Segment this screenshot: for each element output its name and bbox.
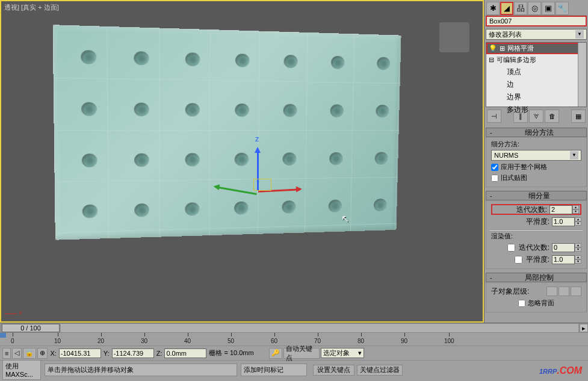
rollout-local-control[interactable]: - 局部控制 [486, 273, 587, 282]
ruler-tick: 30 [141, 338, 147, 344]
visibility-bulb-icon[interactable]: 💡 [489, 45, 497, 52]
model-cushion[interactable] [53, 25, 401, 240]
dropdown-label: 修改器列表 [489, 30, 522, 39]
z-label: Z: [155, 350, 164, 357]
spinner-up[interactable]: ▴ [572, 205, 579, 209]
ignore-back-checkbox[interactable] [518, 300, 525, 307]
command-panel: ✱ ◢ 品 ◎ ▣ 🔧 Box007 修改器列表 ▼ 💡 ⊞ 网格平滑 ⊟ 可编… [484, 0, 588, 323]
spinner-up[interactable]: ▴ [575, 255, 581, 259]
apply-whole-checkbox[interactable] [491, 164, 498, 171]
watermark: 1RRP.COM [539, 361, 582, 377]
stack-item-meshsmooth[interactable]: 💡 ⊞ 网格平滑 [486, 43, 586, 54]
render-smooth-input[interactable] [552, 255, 575, 264]
slider-thumb[interactable]: 0 / 100 [2, 324, 60, 332]
script-btn[interactable]: ≡ [2, 348, 11, 359]
abs-btn[interactable]: ⊕ [37, 348, 48, 359]
motion-tab[interactable]: ◎ [528, 2, 541, 15]
rollout-collapse-icon: - [490, 274, 496, 281]
time-ruler[interactable]: 0102030405060708090100 [0, 332, 588, 345]
autokey-button[interactable]: 自动关键点 [283, 348, 320, 359]
stack-label: 可编辑多边形 [497, 55, 536, 64]
ruler-tick: 40 [184, 338, 191, 344]
y-input[interactable] [112, 348, 154, 358]
iterations-row: 迭代次数: ▴▾ [491, 204, 581, 215]
key-icon[interactable]: 🔑 [269, 348, 282, 359]
lock-btn[interactable]: 🔒 [23, 348, 36, 359]
expand-icon[interactable]: ⊞ [500, 45, 505, 52]
addtime-label[interactable]: 添加时间标记 [241, 364, 307, 376]
render-iter-input[interactable] [552, 243, 575, 252]
render-smooth-spinner[interactable]: ▴▾ [552, 255, 581, 264]
render-iter-spinner[interactable]: ▴▾ [552, 243, 581, 252]
rollout-subdiv-method[interactable]: - 细分方法 [486, 128, 587, 137]
render-smooth-checkbox[interactable] [515, 256, 522, 264]
create-tab[interactable]: ✱ [486, 2, 500, 15]
subobj-btn-2[interactable] [559, 287, 569, 296]
ruler-tick: 60 [271, 338, 277, 344]
modify-tab[interactable]: ◢ [500, 2, 513, 15]
x-input[interactable] [59, 348, 101, 358]
subobj-border[interactable]: 边界 [486, 91, 586, 104]
tuft [283, 104, 297, 117]
panel-tabs: ✱ ◢ 品 ◎ ▣ 🔧 [486, 1, 587, 16]
smoothness-input[interactable] [552, 217, 575, 226]
status-bar: 使用 MAXSc... 单击并拖动以选择并移动对象 添加时间标记 设置关键点 关… [0, 360, 588, 379]
wireframe-grid [53, 25, 401, 240]
viewport[interactable]: 透视] [真实 + 边面] ↖ x [0, 0, 484, 323]
spinner-up[interactable]: ▴ [575, 243, 581, 247]
rollout-title: 细分方法 [496, 128, 583, 138]
viewcube[interactable] [439, 22, 469, 52]
method-dropdown[interactable]: NURMS ▼ [491, 150, 581, 161]
subobj-btn-1[interactable] [546, 287, 557, 296]
old-map-checkbox[interactable] [491, 175, 498, 182]
smoothness-spinner[interactable]: ▴▾ [552, 217, 581, 226]
tuft [81, 102, 97, 116]
render-iter-label: 迭代次数: [519, 243, 549, 253]
tuft [134, 51, 149, 65]
ruler-tick: 50 [227, 338, 234, 344]
expand-icon[interactable]: ⊟ [489, 56, 494, 64]
utilities-tab[interactable]: 🔧 [556, 2, 569, 15]
z-input[interactable] [164, 348, 206, 358]
cursor-icon: ↖ [341, 213, 349, 225]
maxscript-field[interactable]: 使用 MAXSc... [2, 360, 41, 380]
ruler-tick: 70 [314, 338, 321, 344]
subobj-btn-3[interactable] [571, 287, 581, 296]
modifier-list-dropdown[interactable]: 修改器列表 ▼ [486, 29, 587, 40]
subobj-polygon[interactable]: 多边形 [486, 104, 586, 116]
iterations-input[interactable] [549, 205, 572, 214]
slider-arrow[interactable]: ▸ [580, 324, 588, 332]
dropdown-arrow-icon: ▼ [570, 151, 578, 160]
rollout-collapse-icon: - [490, 192, 496, 199]
keyfilter-button[interactable]: 关键点过滤器 [357, 365, 403, 376]
spinner-down[interactable]: ▾ [572, 209, 579, 214]
spinner-down[interactable]: ▾ [575, 221, 581, 226]
modifier-stack[interactable]: 💡 ⊞ 网格平滑 ⊟ 可编辑多边形 顶点 边 边界 多边形 [486, 42, 587, 107]
keymode-dropdown[interactable]: 选定对象▾ [321, 348, 364, 358]
stack-item-editpoly[interactable]: ⊟ 可编辑多边形 [486, 54, 586, 66]
method-value: NURMS [494, 152, 518, 159]
display-tab[interactable]: ▣ [542, 2, 555, 15]
render-iter-checkbox[interactable] [507, 244, 515, 252]
setkey-button[interactable]: 设置关键点 [313, 365, 354, 376]
world-axis-icon: x [4, 301, 22, 319]
spinner-up[interactable]: ▴ [575, 217, 581, 221]
subobj-vertex[interactable]: 顶点 [486, 66, 586, 78]
render-smooth-label: 平滑度: [526, 255, 549, 265]
apply-whole-label: 应用于整个网格 [501, 163, 547, 172]
rollout-title: 细分量 [496, 191, 583, 201]
iterations-spinner[interactable]: ▴▾ [549, 205, 579, 214]
render-values-label: 渲染值: [491, 232, 581, 241]
x-label: X: [49, 350, 57, 357]
hierarchy-tab[interactable]: 品 [514, 2, 527, 15]
slider-track[interactable] [61, 324, 578, 332]
stack-scrollbar[interactable] [578, 43, 586, 107]
rollout-subdiv-amount[interactable]: - 细分量 [486, 191, 587, 200]
spinner-down[interactable]: ▾ [575, 259, 581, 264]
subobj-edge[interactable]: 边 [486, 78, 586, 91]
snap-btn[interactable]: ◁ [12, 348, 22, 359]
object-name-field[interactable]: Box007 [486, 16, 587, 26]
tuft [185, 103, 200, 117]
time-slider[interactable]: 0 / 100 ▸ [0, 323, 588, 332]
spinner-down[interactable]: ▾ [575, 247, 581, 252]
